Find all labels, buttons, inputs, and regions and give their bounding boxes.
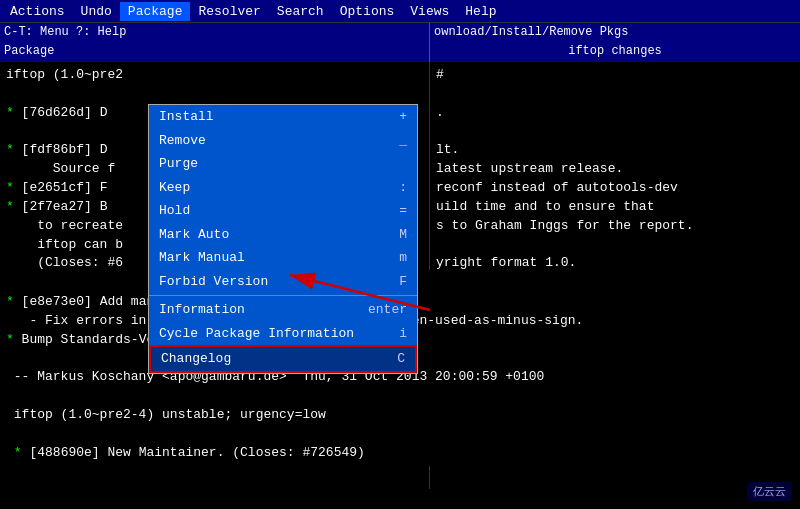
- right-line-8: uild time and to ensure that: [436, 198, 794, 217]
- mark-auto-label: Mark Auto: [159, 225, 229, 245]
- bottom-line-9: [6, 425, 794, 444]
- remove-shortcut: _: [399, 131, 407, 151]
- dropdown-mark-auto[interactable]: Mark Auto M: [149, 223, 417, 247]
- right-line-5: lt.: [436, 141, 794, 160]
- cycle-shortcut: i: [399, 324, 407, 344]
- dropdown-changelog[interactable]: Changelog C: [149, 345, 417, 373]
- bottom-line-10: * [488690e] New Maintainer. (Closes: #72…: [6, 444, 794, 463]
- mark-manual-shortcut: m: [399, 248, 407, 268]
- menu-resolver[interactable]: Resolver: [190, 2, 268, 21]
- menu-undo[interactable]: Undo: [73, 2, 120, 21]
- keep-shortcut: :: [399, 178, 407, 198]
- mark-auto-shortcut: M: [399, 225, 407, 245]
- menu-actions[interactable]: Actions: [2, 2, 73, 21]
- information-label: Information: [159, 300, 245, 320]
- dropdown-hold[interactable]: Hold =: [149, 199, 417, 223]
- forbid-shortcut: F: [399, 272, 407, 292]
- package-dropdown: Install + Remove _ Purge Keep : Hold = M…: [148, 104, 418, 374]
- dropdown-cycle[interactable]: Cycle Package Information i: [149, 322, 417, 346]
- split-left-header: Package: [0, 42, 430, 62]
- install-label: Install: [159, 107, 214, 127]
- dropdown-keep[interactable]: Keep :: [149, 176, 417, 200]
- menu-options[interactable]: Options: [332, 2, 403, 21]
- hold-label: Hold: [159, 201, 190, 221]
- right-line-3: .: [436, 104, 794, 123]
- dropdown-information[interactable]: Information enter: [149, 298, 417, 322]
- information-shortcut: enter: [368, 300, 407, 320]
- install-shortcut: +: [399, 107, 407, 127]
- split-right-header: iftop changes: [430, 42, 800, 62]
- dropdown-purge[interactable]: Purge: [149, 152, 417, 176]
- right-line-2: [436, 85, 794, 104]
- dropdown-remove[interactable]: Remove _: [149, 129, 417, 153]
- right-line-9: s to Graham Inggs for the report.: [436, 217, 794, 236]
- remove-label: Remove: [159, 131, 206, 151]
- dropdown-install[interactable]: Install +: [149, 105, 417, 129]
- purge-label: Purge: [159, 154, 198, 174]
- info-bar-left: C-T: Menu ?: Help: [0, 23, 430, 42]
- cycle-label: Cycle Package Information: [159, 324, 354, 344]
- menu-search[interactable]: Search: [269, 2, 332, 21]
- right-line-1: #: [436, 66, 794, 85]
- keep-label: Keep: [159, 178, 190, 198]
- right-line-7: reconf instead of autotools-dev: [436, 179, 794, 198]
- term-line-2: [6, 85, 423, 104]
- info-bar-text: C-T: Menu ?: Help: [4, 25, 126, 39]
- forbid-label: Forbid Version: [159, 272, 268, 292]
- menu-help[interactable]: Help: [457, 2, 504, 21]
- watermark: 亿云云: [747, 482, 792, 501]
- bottom-line-8: iftop (1.0~pre2-4) unstable; urgency=low: [6, 406, 794, 425]
- hold-shortcut: =: [399, 201, 407, 221]
- menu-package[interactable]: Package: [120, 2, 191, 21]
- right-line-6: latest upstream release.: [436, 160, 794, 179]
- bottom-line-7: [6, 387, 794, 406]
- menu-bar: Actions Undo Package Resolver Search Opt…: [0, 0, 800, 22]
- download-info: ownload/Install/Remove Pkgs: [434, 25, 628, 39]
- dropdown-forbid[interactable]: Forbid Version F: [149, 270, 417, 294]
- dropdown-separator: [149, 295, 417, 296]
- changelog-shortcut: C: [397, 349, 405, 369]
- right-line-10: [436, 236, 794, 255]
- mark-manual-label: Mark Manual: [159, 248, 245, 268]
- menu-views[interactable]: Views: [402, 2, 457, 21]
- right-line-4: [436, 123, 794, 142]
- info-bar-right: ownload/Install/Remove Pkgs: [430, 23, 800, 42]
- dropdown-mark-manual[interactable]: Mark Manual m: [149, 246, 417, 270]
- term-line-1: iftop (1.0~pre2: [6, 66, 423, 85]
- changelog-label: Changelog: [161, 349, 231, 369]
